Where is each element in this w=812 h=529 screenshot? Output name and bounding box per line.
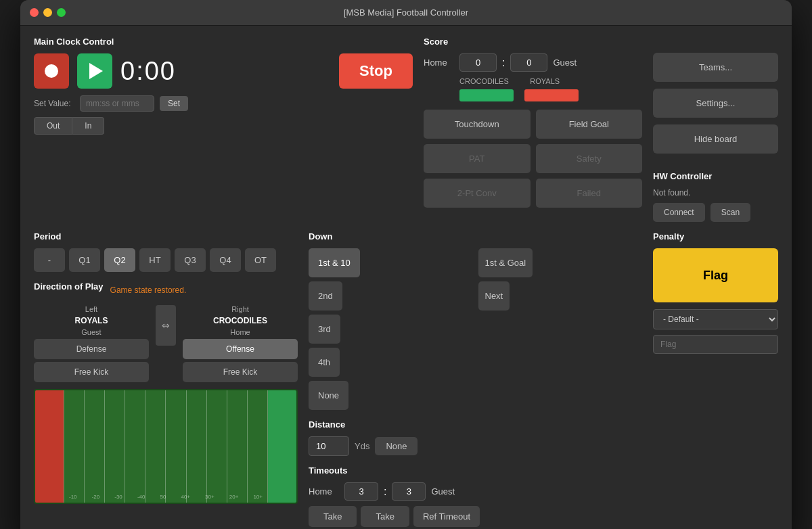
left-side-label: Left: [85, 305, 97, 313]
set-button[interactable]: Set: [160, 96, 188, 111]
none-down-button[interactable]: None: [309, 381, 348, 410]
next-button[interactable]: Next: [478, 281, 510, 310]
guest-timeout-label: Guest: [431, 486, 461, 497]
2pt-conv-button[interactable]: 2-Pt Conv: [424, 179, 531, 208]
touchdown-button[interactable]: Touchdown: [424, 110, 531, 139]
penalty-section: Penalty Flag - Default -: [653, 231, 778, 527]
arrows-icon: ⇔: [162, 320, 170, 331]
guest-score-input[interactable]: [510, 53, 547, 72]
period-q2-button[interactable]: Q2: [104, 248, 135, 272]
safety-button[interactable]: Safety: [536, 144, 643, 173]
period-section: Period - Q1 Q2 HT Q3 Q4 OT: [34, 231, 298, 272]
left-column: Period - Q1 Q2 HT Q3 Q4 OT Direction of …: [34, 231, 298, 527]
distance-label: Distance: [309, 419, 642, 430]
left-team-name: ROYALS: [75, 316, 108, 325]
yard-lines: [64, 390, 268, 503]
period-q1-button[interactable]: Q1: [69, 248, 100, 272]
timeout-colon: :: [384, 486, 386, 498]
period-q4-button[interactable]: Q4: [210, 248, 241, 272]
distance-section: Distance Yds None: [309, 419, 642, 456]
record-button[interactable]: [34, 53, 69, 89]
2nd-button[interactable]: 2nd: [309, 281, 342, 310]
home-score-label: Home: [424, 58, 454, 68]
guest-score-label: Guest: [553, 58, 583, 68]
flag-button[interactable]: Flag: [653, 248, 778, 302]
free-kick-left-button[interactable]: Free Kick: [34, 362, 149, 382]
clock-section: Main Clock Control 0:00 Stop Set Value: …: [34, 37, 413, 222]
teams-button[interactable]: Teams...: [653, 53, 778, 82]
score-colon: :: [502, 57, 505, 69]
distance-input[interactable]: [309, 436, 349, 456]
home-timeout-label: Home: [309, 486, 339, 497]
scan-button[interactable]: Scan: [710, 203, 750, 222]
traffic-lights: [30, 8, 66, 17]
direction-section: Direction of Play Game state restored. L…: [34, 281, 298, 382]
home-team-name: CROCODILES: [459, 77, 509, 85]
hw-controller-section: HW Controller Not found. Connect Scan: [653, 171, 778, 222]
direction-divider: ⇔: [156, 305, 176, 346]
period-ot-button[interactable]: OT: [245, 248, 276, 272]
field-goal-button[interactable]: Field Goal: [536, 110, 643, 139]
timeout-buttons: Take Take Ref Timeout: [309, 506, 642, 527]
end-zone-right: [268, 390, 296, 503]
clock-display: 0:00: [120, 57, 331, 86]
failed-button[interactable]: Failed: [536, 179, 643, 208]
play-icon: [89, 63, 103, 79]
maximize-button[interactable]: [57, 8, 66, 17]
score-label: Score: [424, 37, 642, 47]
hide-board-button[interactable]: Hide board: [653, 124, 778, 154]
1st-10-button[interactable]: 1st & 10: [309, 248, 360, 277]
period-minus-button[interactable]: -: [34, 248, 65, 272]
end-zone-left: [35, 390, 64, 503]
play-button[interactable]: [77, 53, 112, 89]
stop-button[interactable]: Stop: [339, 53, 413, 89]
goal-next-buttons: 1st & Goal Next: [478, 248, 643, 410]
window-title: [MSB Media] Football Controller: [344, 7, 468, 18]
3rd-button[interactable]: 3rd: [309, 315, 340, 344]
1st-goal-button[interactable]: 1st & Goal: [478, 248, 533, 277]
timeouts-label: Timeouts: [309, 465, 642, 476]
4th-button[interactable]: 4th: [309, 348, 340, 377]
pat-button[interactable]: PAT: [424, 144, 531, 173]
panel-buttons: Teams... Settings... Hide board HW Contr…: [653, 37, 778, 222]
left-team-role: Guest: [81, 328, 101, 336]
penalty-input[interactable]: [653, 335, 778, 354]
minimize-button[interactable]: [43, 8, 52, 17]
middle-column: Down 1st & 10 2nd 3rd 4th None: [309, 231, 642, 527]
in-button[interactable]: In: [72, 117, 104, 135]
app-window: [MSB Media] Football Controller Main Clo…: [20, 0, 792, 529]
free-kick-right-button[interactable]: Free Kick: [183, 362, 298, 382]
home-team-bar: [459, 89, 514, 101]
period-label: Period: [34, 231, 298, 242]
out-button[interactable]: Out: [34, 117, 72, 135]
guest-timeout-input[interactable]: [392, 482, 426, 501]
home-score-input[interactable]: [459, 53, 497, 72]
connect-button[interactable]: Connect: [653, 203, 705, 222]
guest-team-name: ROYALS: [526, 77, 564, 85]
period-ht-button[interactable]: HT: [139, 248, 171, 272]
hw-buttons: Connect Scan: [653, 203, 778, 222]
score-section: Score Home : Guest CROCODILES ROYALS: [424, 37, 642, 222]
none-distance-button[interactable]: None: [375, 437, 418, 455]
titlebar: [MSB Media] Football Controller: [20, 0, 792, 26]
close-button[interactable]: [30, 8, 39, 17]
home-timeout-input[interactable]: [344, 482, 378, 501]
right-team-role: Home: [230, 328, 250, 336]
defense-button[interactable]: Defense: [34, 339, 149, 359]
settings-button[interactable]: Settings...: [653, 89, 778, 118]
football-field: -10 -20 -30 -40 50 40+ 30+ 20+ 10+: [34, 389, 298, 504]
offense-button[interactable]: Offense: [183, 339, 298, 359]
down-label: Down: [309, 231, 642, 242]
right-team-name: CROCODILES: [213, 316, 267, 325]
period-q3-button[interactable]: Q3: [175, 248, 206, 272]
right-side-label: Right: [231, 305, 249, 313]
period-buttons: - Q1 Q2 HT Q3 Q4 OT: [34, 248, 298, 272]
ref-timeout-button[interactable]: Ref Timeout: [413, 506, 480, 527]
hw-controller-label: HW Controller: [653, 171, 778, 181]
take-guest-button[interactable]: Take: [361, 506, 409, 527]
penalty-dropdown[interactable]: - Default -: [653, 309, 778, 329]
take-home-button[interactable]: Take: [309, 506, 357, 527]
clock-label: Main Clock Control: [34, 37, 413, 47]
set-value-input[interactable]: [80, 95, 154, 112]
field-numbers: -10 -20 -30 -40 50 40+ 30+ 20+ 10+: [69, 494, 263, 500]
